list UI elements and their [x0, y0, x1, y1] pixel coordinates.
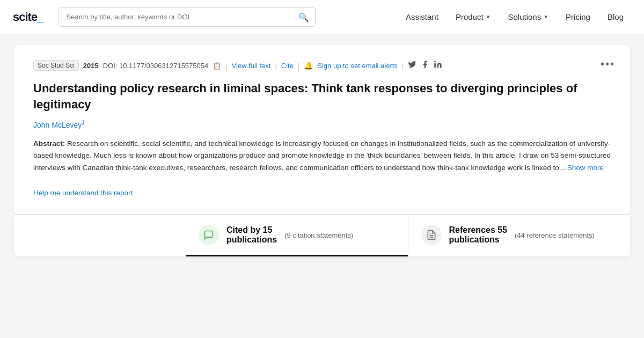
help-link[interactable]: Help me understand this report — [33, 189, 133, 197]
abstract-label: Abstract: — [33, 139, 65, 148]
cite-link[interactable]: Cite — [281, 62, 294, 70]
show-more-link[interactable]: Show more — [567, 164, 604, 172]
divider: | — [402, 62, 404, 70]
twitter-icon[interactable] — [408, 60, 416, 71]
cited-by-section[interactable]: Cited by 15 publications (9 citation sta… — [186, 215, 408, 256]
logo[interactable]: scite_ — [13, 10, 43, 24]
cited-by-sub: publications — [226, 235, 277, 245]
divider: | — [275, 62, 276, 70]
cited-by-icon — [199, 225, 219, 245]
abstract: Abstract: Research on scientific, social… — [33, 138, 611, 174]
navbar: scite_ 🔍 Assistant Product ▼ Solutions ▼… — [0, 0, 644, 34]
meta-row: Soc Stud Sci 2015 DOI: 10.1177/030631271… — [33, 60, 611, 71]
author-link[interactable]: John McLevey1 — [33, 121, 85, 129]
search-icon: 🔍 — [298, 12, 309, 22]
author-row: John McLevey1 — [33, 120, 611, 129]
stats-bar: Cited by 15 publications (9 citation sta… — [14, 215, 630, 256]
paper-title: Understanding policy research in liminal… — [33, 80, 611, 112]
nav-item-solutions[interactable]: Solutions ▼ — [500, 8, 556, 26]
nav-item-assistant[interactable]: Assistant — [398, 8, 446, 26]
abstract-text: Research on scientific, social scientifi… — [33, 139, 611, 172]
references-icon — [421, 225, 442, 245]
nav-item-product[interactable]: Product ▼ — [448, 8, 499, 26]
nav-items: Assistant Product ▼ Solutions ▼ Pricing … — [398, 8, 631, 26]
references-section[interactable]: References 55 publications (44 reference… — [408, 215, 631, 256]
search-container: 🔍 — [58, 7, 316, 27]
paper-year: 2015 — [83, 62, 99, 70]
chevron-down-icon: ▼ — [543, 14, 548, 20]
nav-item-blog[interactable]: Blog — [600, 8, 631, 26]
journal-tag: Soc Stud Sci — [33, 60, 79, 71]
nav-item-pricing[interactable]: Pricing — [558, 8, 598, 26]
main-area: Soc Stud Sci 2015 DOI: 10.1177/030631271… — [5, 45, 639, 256]
references-main: References 55 — [449, 225, 508, 235]
paper-doi: DOI: 10.1177/0306312715575054 — [103, 62, 209, 70]
search-input[interactable] — [58, 7, 316, 27]
cited-by-main: Cited by 15 — [226, 225, 277, 235]
references-detail: (44 reference statements) — [515, 231, 595, 239]
bell-icon: 🔔 — [304, 61, 313, 70]
linkedin-icon[interactable] — [434, 60, 442, 71]
divider: | — [298, 62, 299, 70]
svg-point-0 — [435, 61, 436, 62]
paper-card: Soc Stud Sci 2015 DOI: 10.1177/030631271… — [14, 45, 630, 214]
more-options-button[interactable]: ••• — [601, 58, 615, 70]
divider: | — [225, 62, 227, 70]
sign-up-alert-link[interactable]: Sign up to set email alerts — [317, 62, 398, 70]
references-text: References 55 publications — [449, 225, 508, 245]
copy-icon[interactable]: 📋 — [213, 62, 221, 70]
references-sub: publications — [449, 235, 508, 245]
view-full-text-link[interactable]: View full text — [232, 62, 271, 70]
social-icons — [408, 60, 442, 71]
stats-spacer — [14, 215, 186, 256]
cited-by-detail: (9 citation statements) — [284, 231, 353, 239]
chevron-down-icon: ▼ — [486, 14, 491, 20]
cited-by-text: Cited by 15 publications — [226, 225, 277, 245]
facebook-icon[interactable] — [421, 60, 429, 71]
